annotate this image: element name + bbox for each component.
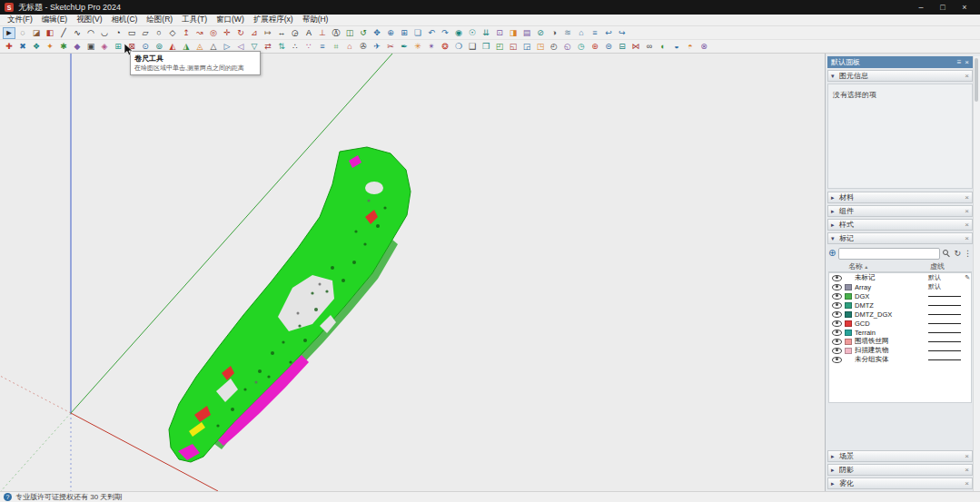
ext-tool-29-icon[interactable]: ✂ [384,41,397,53]
ext-tool-05-icon[interactable]: ✱ [57,41,70,53]
undo-icon[interactable]: ↩ [602,27,615,39]
ext-tool-35-icon[interactable]: ❑ [466,41,479,53]
ext-tool-44-icon[interactable]: ⊛ [589,41,601,53]
tag-dash-style[interactable]: 默认 [928,282,968,291]
rotated-rectangle-icon[interactable]: ▱ [139,27,152,39]
previous-view-icon[interactable]: ↶ [425,27,438,39]
tape-measure-icon[interactable]: ↦ [262,27,274,39]
tag-dash-style[interactable] [928,323,968,324]
position-camera-icon[interactable]: ◉ [452,27,465,39]
zoom-icon[interactable]: ⊕ [384,27,397,39]
tag-row[interactable]: GCD [829,319,971,328]
tag-dash-style[interactable] [928,296,968,297]
refresh-icon[interactable]: ↻ [954,249,961,258]
text-icon[interactable]: A [302,27,315,39]
menu-extensions[interactable]: 扩展程序(x) [249,15,298,25]
model-info-icon[interactable]: ≡ [589,27,601,39]
polygon-icon[interactable]: ◇ [166,27,179,39]
menu-edit[interactable]: 编辑(E) [37,15,72,25]
ext-tool-41-icon[interactable]: ◴ [548,41,560,53]
panel-section-场景[interactable]: ▸场景× [827,450,973,462]
tag-row[interactable]: DMTZ_DGX [829,310,971,319]
orbit-icon[interactable]: ↺ [357,27,370,39]
eraser-icon[interactable]: ◪ [30,27,43,39]
lasso-icon[interactable]: ◌ [16,27,29,39]
ext-tool-24-icon[interactable]: ≡ [316,41,329,53]
maximize-button[interactable]: □ [932,1,954,15]
panel-section-材料[interactable]: ▸材料× [827,192,973,203]
ext-tool-30-icon[interactable]: ✒ [398,41,411,53]
dimension-icon[interactable]: ↔ [275,27,288,39]
ext-tool-26-icon[interactable]: ⌂ [343,41,356,53]
add-tag-icon[interactable]: ⊕ [828,249,836,258]
panel-section-tags[interactable]: ▾ 标记 × [827,232,973,244]
scale-icon[interactable]: ⊿ [248,27,261,39]
ext-tool-28-icon[interactable]: ✈ [371,41,383,53]
ext-tool-31-icon[interactable]: ✳ [411,41,424,53]
visibility-eye-icon[interactable] [832,275,842,281]
tag-color-chip[interactable] [845,302,852,309]
redo-icon[interactable]: ↪ [616,27,629,39]
tag-row[interactable]: 未分组实体 [829,355,971,364]
make-component-icon[interactable]: ⊡ [493,27,506,39]
model-mesh[interactable] [169,147,411,462]
close-icon[interactable]: × [965,193,969,202]
tag-dash-style[interactable]: 默认 [928,273,968,282]
tray-menu-icon[interactable]: ≡ [957,58,962,66]
close-icon[interactable]: × [965,466,969,474]
close-icon[interactable]: × [965,479,969,487]
pie-icon[interactable]: ◔ [112,27,124,39]
panel-section-样式[interactable]: ▸样式× [827,219,973,231]
ext-tool-01-icon[interactable]: ✚ [3,41,15,53]
arc-icon[interactable]: ◠ [84,27,97,39]
ext-tool-43-icon[interactable]: ◷ [575,41,588,53]
ext-tool-39-icon[interactable]: ◲ [520,41,533,53]
scrollbar-thumb[interactable] [975,58,978,102]
visibility-eye-icon[interactable] [832,357,842,363]
look-around-icon[interactable]: ☉ [466,27,479,39]
visibility-eye-icon[interactable] [832,339,842,345]
tag-color-chip[interactable] [845,311,852,318]
follow-me-icon[interactable]: ↝ [193,27,206,39]
tag-color-chip[interactable] [845,293,852,300]
circle-icon[interactable]: ○ [153,27,165,39]
tag-color-chip[interactable] [845,348,852,354]
ext-tool-08-icon[interactable]: ◈ [98,41,111,53]
ext-tool-45-icon[interactable]: ⊜ [602,41,615,53]
ext-tool-49-icon[interactable]: ◐ [657,41,669,53]
ext-tool-21-icon[interactable]: ⇅ [275,41,288,53]
visibility-eye-icon[interactable] [832,348,842,354]
ext-tool-32-icon[interactable]: ✴ [425,41,438,53]
close-icon[interactable]: × [965,234,969,242]
rotate-icon[interactable]: ↻ [234,27,247,39]
details-icon[interactable]: ⋮ [964,249,972,258]
close-icon[interactable]: × [965,207,969,215]
tag-dash-style[interactable] [928,332,968,333]
ext-tool-20-icon[interactable]: ⇄ [262,41,274,53]
ext-tool-03-icon[interactable]: ❖ [30,41,43,53]
column-name[interactable]: 名称 ▴ [848,261,930,271]
close-button[interactable]: × [954,1,975,15]
ext-tool-33-icon[interactable]: ❂ [439,41,451,53]
minimize-button[interactable]: – [910,1,932,15]
pan-icon[interactable]: ✥ [371,27,383,39]
tag-row[interactable]: 未标记默认✎ [829,273,971,282]
ext-tool-02-icon[interactable]: ✖ [16,41,29,53]
axes-icon[interactable]: ⊥ [316,27,329,39]
ext-tool-23-icon[interactable]: ∵ [302,41,315,53]
protractor-icon[interactable]: ◶ [289,27,302,39]
ext-tool-36-icon[interactable]: ❒ [480,41,492,53]
rectangle-icon[interactable]: ▭ [125,27,138,39]
3d-text-icon[interactable]: Ⓐ [330,27,342,39]
ext-tool-42-icon[interactable]: ◵ [561,41,574,53]
ext-tool-38-icon[interactable]: ◱ [507,41,520,53]
ext-tool-50-icon[interactable]: ◒ [670,41,683,53]
menu-tools[interactable]: 工具(T) [177,15,212,25]
tray-title-bar[interactable]: 默认面板 ≡ × [827,56,973,68]
tag-dash-style[interactable] [928,314,968,315]
tags-tool-icon[interactable]: ⊘ [534,27,547,39]
tag-color-chip[interactable] [845,320,852,327]
tag-row[interactable]: 围墙铁丝网 [829,337,971,346]
tag-row[interactable]: DGX [829,291,971,300]
ext-tool-46-icon[interactable]: ⊟ [616,41,629,53]
